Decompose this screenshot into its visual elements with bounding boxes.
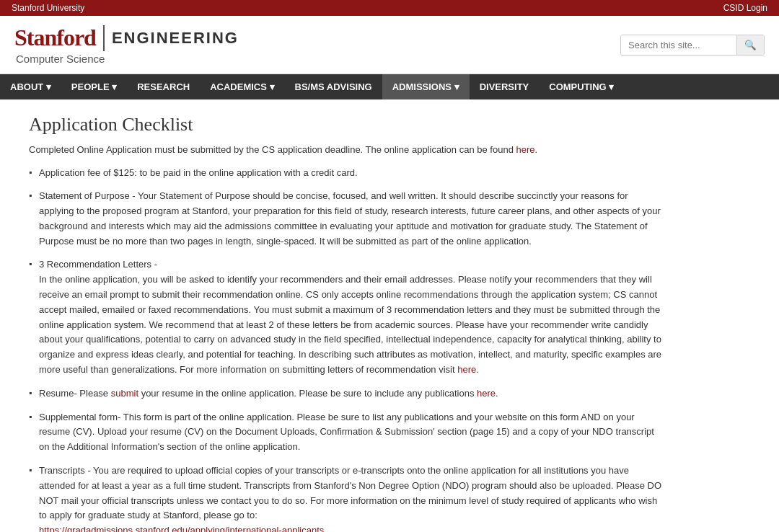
nav-people[interactable]: PEOPLE ▾ [61, 74, 127, 99]
checklist-item-resume: Resume- Please submit your resume in the… [29, 386, 664, 402]
supplemental-text: Supplemental form- This form is part of … [39, 412, 654, 453]
nav-computing[interactable]: COMPUTING ▾ [539, 74, 624, 99]
top-bar: Stanford University CSID Login [0, 0, 779, 16]
main-content: Application Checklist Completed Online A… [0, 99, 692, 532]
header: Stanford ENGINEERING Computer Science 🔍 [0, 16, 779, 74]
nav-research[interactable]: RESEARCH [127, 74, 200, 99]
stanford-wordmark: Stanford [14, 25, 96, 51]
logo-area: Stanford ENGINEERING Computer Science [14, 25, 239, 65]
letters-heading: 3 Recommendation Letters - [39, 259, 157, 270]
resume-text: Resume- Please submit your resume in the… [39, 388, 498, 399]
nav-about[interactable]: ABOUT ▾ [0, 74, 61, 99]
nav-academics[interactable]: ACADEMICS ▾ [200, 74, 284, 99]
transcripts-text: Transcripts - You are required to upload… [39, 465, 661, 532]
csid-login-link[interactable]: CSID Login [723, 3, 767, 13]
nav-admissions[interactable]: ADMISSIONS ▾ [382, 74, 470, 99]
checklist-item-transcripts: Transcripts - You are required to upload… [29, 464, 664, 532]
checklist-item-supplemental: Supplemental form- This form is part of … [29, 410, 664, 455]
university-name: Stanford University [12, 3, 84, 13]
checklist-item-fee: Application fee of $125: to be paid in t… [29, 166, 664, 181]
letters-here-link[interactable]: here [457, 364, 476, 375]
checklist-item-letters: 3 Recommendation Letters - In the online… [29, 257, 664, 377]
resume-here-link[interactable]: here [477, 388, 496, 399]
department-name: Computer Science [16, 53, 105, 65]
logo-row: Stanford ENGINEERING [14, 25, 239, 51]
main-nav: ABOUT ▾ PEOPLE ▾ RESEARCH ACADEMICS ▾ BS… [0, 74, 779, 99]
transcript-link[interactable]: https://gradadmissions.stanford.edu/appl… [39, 525, 327, 532]
search-box: 🔍 [620, 35, 765, 56]
search-input[interactable] [621, 35, 736, 55]
checklist-item-sop: Statement of Purpose - Your Statement of… [29, 189, 664, 249]
letters-text: In the online application, you will be a… [39, 274, 661, 375]
nav-diversity[interactable]: DIVERSITY [470, 74, 540, 99]
intro-paragraph: Completed Online Application must be sub… [29, 143, 664, 157]
fee-text: Application fee of $125: to be paid in t… [39, 167, 358, 178]
engineering-wordmark: ENGINEERING [112, 29, 239, 48]
logo-divider [103, 25, 105, 51]
sop-text: Statement of Purpose - Your Statement of… [39, 190, 661, 246]
resume-submit-link[interactable]: submit [111, 388, 138, 399]
here-link-intro[interactable]: here [516, 144, 534, 155]
nav-bsms[interactable]: BS/MS ADVISING [285, 74, 382, 99]
search-icon: 🔍 [744, 40, 757, 50]
search-button[interactable]: 🔍 [736, 35, 764, 55]
page-title: Application Checklist [29, 114, 664, 136]
